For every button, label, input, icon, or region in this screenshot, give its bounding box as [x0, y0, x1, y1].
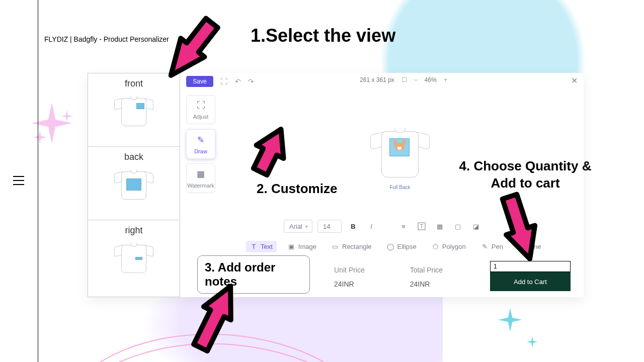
svg-text:T: T [420, 224, 423, 229]
zoom-in-button[interactable]: + [444, 76, 447, 83]
zoom-out-button[interactable]: − [414, 76, 418, 83]
unit-price-label: Unit Price [334, 266, 365, 274]
add-to-cart-button[interactable]: Add to Cart [490, 272, 571, 291]
text-icon: T [250, 243, 258, 250]
font-size-select[interactable]: 14 [317, 220, 342, 233]
views-panel: front back right SIDE VIEW [88, 73, 180, 297]
vertical-divider [38, 0, 38, 362]
tool-draw[interactable]: ✎ Draw [186, 129, 215, 159]
align-button[interactable]: ≡ [397, 220, 410, 233]
annotation-step-4: 4. Choose Quantity & Add to cart [450, 158, 601, 192]
view-option-right[interactable]: right SIDE VIEW [88, 220, 180, 294]
view-option-back[interactable]: back [88, 147, 180, 220]
tool-rectangle[interactable]: ▭ Rectangle [328, 241, 376, 252]
unit-price-value: 24INR [334, 280, 365, 288]
menu-hamburger[interactable] [13, 176, 24, 185]
annotation-arrow-2 [227, 124, 313, 179]
crop-icon[interactable]: ☐ [401, 76, 407, 83]
tool-text[interactable]: T Text [246, 241, 277, 252]
tshirt-thumb-right: SIDE VIEW [114, 241, 153, 275]
image-icon: ▣ [288, 243, 295, 250]
canvas-header: 261 x 361 px ☐ − 46% + [223, 73, 584, 87]
design-artwork [392, 142, 407, 153]
draw-icon: ✎ [197, 135, 204, 145]
fill-button[interactable]: ◪ [469, 220, 482, 233]
canvas-preview[interactable] [369, 126, 431, 182]
annotation-step-2: 2. Customize [257, 181, 337, 197]
rectangle-icon: ▭ [332, 243, 339, 250]
text-box-button[interactable]: T [415, 220, 428, 233]
polygon-icon: ⬠ [432, 243, 439, 250]
annotation-arrow-3 [177, 276, 253, 361]
annotation-arrow-4 [487, 190, 552, 265]
canvas-caption: Full Back [369, 185, 431, 190]
annotation-arrow-1 [149, 6, 234, 92]
total-price-label: Total Price [410, 266, 443, 274]
tool-polygon[interactable]: ⬠ Polygon [428, 241, 470, 252]
total-price-value: 24INR [410, 280, 443, 288]
tshirt-thumb-back [114, 167, 153, 202]
tool-adjust[interactable]: ⛶ Adjust [186, 95, 215, 124]
adjust-icon: ⛶ [197, 101, 205, 111]
tool-image[interactable]: ▣ Image [284, 241, 320, 252]
font-select[interactable]: Arial▾ [284, 220, 312, 233]
zoom-level: 46% [425, 76, 437, 83]
bold-button[interactable]: B [347, 220, 360, 233]
watermark-icon: ▦ [197, 169, 205, 179]
sparkle-icon [60, 110, 73, 123]
outline-button[interactable]: ▢ [451, 220, 464, 233]
ellipse-icon: ◯ [387, 243, 394, 250]
tool-watermark[interactable]: ▦ Watermark [186, 163, 215, 193]
transparency-button[interactable]: ▩ [433, 220, 446, 233]
canvas-dimensions: 261 x 361 px [360, 76, 394, 83]
sparkle-icon [526, 336, 538, 348]
annotation-step-1: 1.Select the view [251, 25, 395, 46]
sparkle-icon [32, 130, 47, 145]
tool-ellipse[interactable]: ◯ Ellipse [383, 241, 421, 252]
italic-button[interactable]: I [365, 220, 378, 233]
tshirt-thumb-front [114, 94, 153, 128]
sparkle-icon [497, 307, 523, 333]
close-icon[interactable]: ✕ [571, 76, 578, 85]
